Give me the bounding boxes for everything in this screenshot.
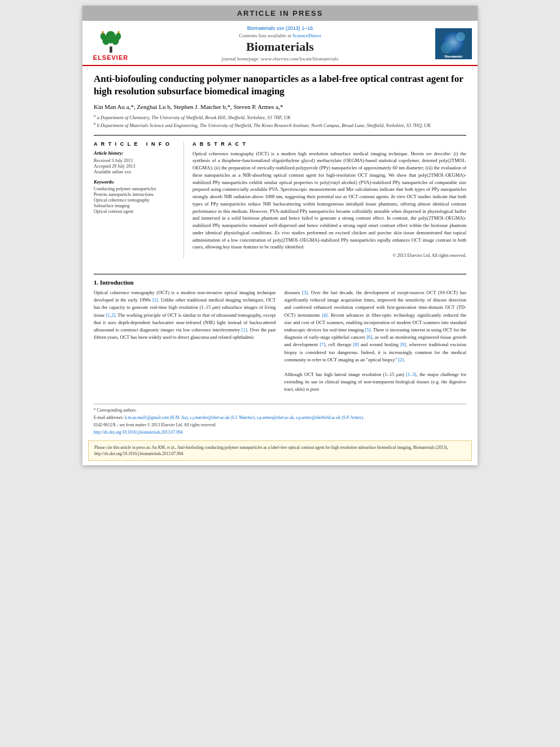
abstract-text: Optical coherence tomography (OCT) is a … <box>193 150 466 251</box>
affiliations: a a Department of Chemistry, The Univers… <box>94 113 466 129</box>
contents-line: Contents lists available at ScienceDirec… <box>133 33 427 38</box>
journal-header: ELSEVIER Biomaterials xxx (2013) 1–16 Co… <box>82 21 478 66</box>
keyword-1: Conducting polymer nanoparticles <box>94 186 178 191</box>
affiliation-b: b b Department of Materials Science and … <box>94 121 466 129</box>
intro-col-left: Optical coherence tomography (OCT) is a … <box>94 289 276 393</box>
section-divider <box>94 274 466 274</box>
journal-thumb-area: Biomaterials <box>427 28 472 59</box>
elsevier-logo-area: ELSEVIER <box>88 26 133 61</box>
keyword-4: Subsurface imaging <box>94 203 178 208</box>
doi-link[interactable]: http://dx.doi.org/10.1016/j.biomaterials… <box>94 430 183 435</box>
article-content: Anti-biofouling conducting polymer nanop… <box>82 66 478 269</box>
svg-point-4 <box>100 33 105 40</box>
biomaterials-cover-image: Biomaterials <box>435 28 472 59</box>
banner-text: ARTICLE IN PRESS <box>237 9 323 18</box>
keyword-3: Optical coherence tomography <box>94 198 178 203</box>
svg-point-5 <box>116 33 121 40</box>
info-abstract-section: A R T I C L E I N F O Article history: R… <box>94 135 466 259</box>
intro-heading: 1. Introduction <box>94 279 466 286</box>
doi-line: http://dx.doi.org/10.1016/j.biomaterials… <box>94 429 466 435</box>
available-online: Available online xxx <box>94 169 178 174</box>
corresponding-note: * Corresponding authors. <box>94 407 466 413</box>
svg-point-11 <box>456 32 465 41</box>
elsevier-logo: ELSEVIER <box>93 26 128 61</box>
citation-bar: Please cite this article in press as: Au… <box>88 440 472 461</box>
email-footnote: E-mail addresses: k.m.au.mail1@gmail.com… <box>94 414 466 421</box>
article-in-press-banner: ARTICLE IN PRESS <box>82 6 478 21</box>
article-info-heading: A R T I C L E I N F O <box>94 141 178 147</box>
authors-line: Kin Man Au a,*, Zenghai Lu b, Stephen J.… <box>94 103 466 110</box>
citation-text: Please cite this article in press as: Au… <box>94 444 466 457</box>
page: ARTICLE IN PRESS ELSEVIER <box>82 6 478 465</box>
abstract-column: A B S T R A C T Optical coherence tomogr… <box>193 141 466 259</box>
biomaterials-thumbnail: Biomaterials <box>435 28 472 59</box>
introduction-section: 1. Introduction Optical coherence tomogr… <box>82 279 478 399</box>
footnotes: * Corresponding authors. E-mail addresse… <box>94 404 466 436</box>
email-links[interactable]: k.m.au.mail1@gmail.com (K.M. Au), s.j.ma… <box>125 415 364 420</box>
history-label: Article history: <box>94 150 178 156</box>
journal-header-center: Biomaterials xxx (2013) 1–16 Contents li… <box>133 25 427 62</box>
svg-text:Biomaterials: Biomaterials <box>445 55 461 58</box>
accepted-date: Accepted 29 July 2013 <box>94 164 178 169</box>
affiliation-a: a a Department of Chemistry, The Univers… <box>94 113 466 121</box>
received-date: Received 3 July 2013 <box>94 158 178 163</box>
intro-text-left: Optical coherence tomography (OCT) is a … <box>94 289 276 341</box>
svg-rect-6 <box>102 31 103 34</box>
svg-rect-7 <box>117 31 119 34</box>
keyword-5: Optical contrast agent <box>94 209 178 214</box>
issn-line: 0142-9612/$ – see front matter © 2013 El… <box>94 422 466 428</box>
article-title: Anti-biofouling conducting polymer nanop… <box>94 73 466 98</box>
intro-col-right: diseases [3]. Over the last decade, the … <box>285 289 467 393</box>
keywords-label: Keywords: <box>94 179 178 185</box>
intro-two-col: Optical coherence tomography (OCT) is a … <box>94 289 466 393</box>
journal-title: Biomaterials <box>133 40 427 54</box>
copyright-line: © 2013 Elsevier Ltd. All rights reserved… <box>193 253 466 258</box>
journal-ref: Biomaterials xxx (2013) 1–16 <box>133 25 427 31</box>
intro-text-right: diseases [3]. Over the last decade, the … <box>285 289 467 393</box>
article-info-column: A R T I C L E I N F O Article history: R… <box>94 141 184 259</box>
keyword-2: Protein–nanoparticle interactions <box>94 192 178 197</box>
abstract-heading: A B S T R A C T <box>193 141 466 147</box>
elsevier-tree-icon <box>95 26 126 54</box>
svg-point-10 <box>441 42 452 54</box>
svg-rect-0 <box>110 46 112 53</box>
sciencedirect-link[interactable]: ScienceDirect <box>292 33 321 38</box>
elsevier-brand-text: ELSEVIER <box>93 54 128 61</box>
journal-homepage: journal homepage: www.elsevier.com/locat… <box>133 56 427 62</box>
